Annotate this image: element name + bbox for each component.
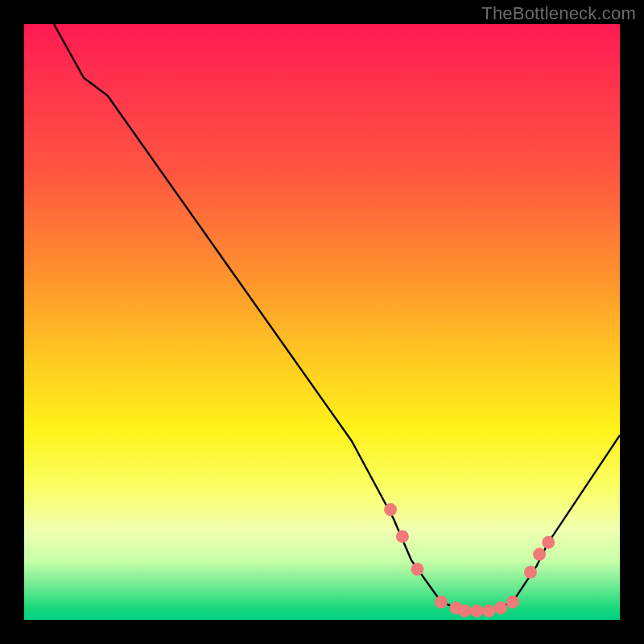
attribution-text: TheBottleneck.com [481,3,636,24]
plot-area [24,24,620,620]
chart-frame: TheBottleneck.com [0,0,644,644]
